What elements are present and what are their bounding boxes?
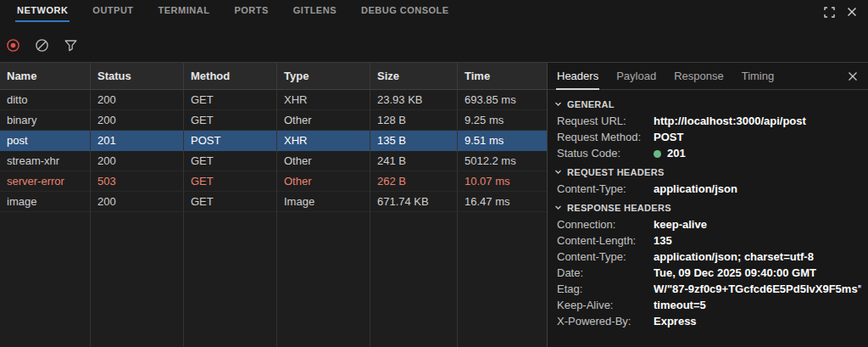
col-header-size[interactable]: Size (370, 63, 458, 90)
col-header-type[interactable]: Type (277, 63, 370, 90)
table-empty-space (91, 212, 184, 347)
kv-request-method: Request Method: POST (554, 129, 861, 145)
kv-keep-alive: Keep-Alive: timeout=5 (554, 297, 861, 313)
col-header-time[interactable]: Time (458, 63, 547, 90)
network-panel-body: Name Status Method Type Size Time ditto … (0, 62, 868, 347)
status-success-dot-icon (654, 150, 661, 158)
cell-type[interactable]: XHR (277, 131, 370, 151)
tab-gitlens[interactable]: GITLENS (292, 0, 338, 22)
cell-size[interactable]: 135 B (370, 131, 458, 151)
cell-type[interactable]: XHR (277, 90, 370, 110)
cell-type[interactable]: Other (277, 151, 370, 171)
kv-label: Request Method: (557, 131, 654, 143)
kv-req-content-type: Content-Type: application/json (554, 181, 861, 197)
chevron-down-icon (554, 203, 563, 212)
close-details-icon[interactable] (848, 71, 858, 81)
kv-etag: Etag: W/"87-9zf0c9+TGcfcd6E5Pd5lvX9F5ms" (554, 281, 861, 297)
cell-size[interactable]: 128 B (370, 110, 458, 131)
cell-status[interactable]: 503 (91, 171, 184, 192)
section-response-headers-header[interactable]: RESPONSE HEADERS (554, 199, 861, 216)
kv-label: Connection: (557, 218, 654, 231)
col-header-status[interactable]: Status (91, 63, 184, 90)
kv-label: Status Code: (557, 147, 654, 160)
tab-terminal[interactable]: TERMINAL (157, 0, 212, 22)
section-general-header[interactable]: GENERAL (554, 95, 861, 113)
cell-status[interactable]: 201 (91, 131, 184, 151)
cell-size[interactable]: 241 B (370, 151, 458, 171)
panel-tab-bar: NETWORK OUTPUT TERMINAL PORTS GITLENS DE… (0, 0, 868, 24)
kv-value: W/"87-9zf0c9+TGcfcd6E5Pd5lvX9F5ms" (654, 283, 861, 295)
section-request-headers-header[interactable]: REQUEST HEADERS (554, 163, 861, 181)
cell-method[interactable]: GET (184, 192, 277, 212)
block-icon[interactable] (35, 38, 49, 53)
maximize-panel-icon[interactable] (824, 7, 835, 18)
table-empty-space (277, 212, 370, 347)
section-title: RESPONSE HEADERS (567, 203, 671, 213)
table-empty-space (184, 212, 277, 347)
col-header-name[interactable]: Name (0, 63, 91, 90)
cell-name[interactable]: server-error (0, 171, 91, 192)
cell-status[interactable]: 200 (91, 151, 184, 171)
kv-label: Etag: (557, 283, 654, 295)
kv-value: Tue, 09 Dec 2025 09:40:00 GMT (654, 266, 861, 279)
kv-value: timeout=5 (654, 299, 861, 311)
tab-payload[interactable]: Payload (615, 63, 657, 90)
section-general: GENERAL Request URL: http://localhost:30… (554, 95, 861, 161)
cell-type[interactable]: Other (277, 171, 370, 192)
cell-time[interactable]: 9.51 ms (458, 131, 547, 151)
cell-method[interactable]: GET (184, 151, 277, 171)
cell-size[interactable]: 262 B (370, 171, 458, 192)
table-empty-space (458, 212, 547, 347)
cell-name[interactable]: stream-xhr (0, 151, 91, 171)
section-request-headers: REQUEST HEADERS Content-Type: applicatio… (554, 163, 861, 197)
cell-type[interactable]: Image (277, 192, 370, 212)
cell-name[interactable]: post (0, 131, 91, 151)
tab-debug-console[interactable]: DEBUG CONSOLE (359, 0, 451, 22)
cell-status[interactable]: 200 (91, 192, 184, 212)
cell-method[interactable]: POST (184, 131, 277, 151)
cell-name[interactable]: image (0, 192, 91, 212)
headers-content: GENERAL Request URL: http://localhost:30… (548, 90, 868, 329)
kv-value: application/json; charset=utf-8 (654, 250, 861, 263)
cell-time[interactable]: 9.25 ms (458, 110, 547, 131)
kv-value: application/json (654, 182, 861, 195)
kv-label: Request URL: (557, 115, 654, 127)
panel-actions (824, 0, 868, 24)
tab-response[interactable]: Response (673, 63, 725, 90)
chevron-down-icon (554, 99, 563, 109)
close-panel-icon[interactable] (847, 7, 857, 17)
kv-label: Content-Length: (557, 234, 654, 247)
cell-time[interactable]: 693.85 ms (458, 90, 547, 110)
request-details-panel: Headers Payload Response Timing (547, 63, 868, 347)
section-response-headers: RESPONSE HEADERS Connection: keep-alive … (554, 199, 861, 329)
tab-timing[interactable]: Timing (741, 63, 776, 90)
kv-label: X-Powered-By: (557, 315, 654, 327)
kv-value: http://localhost:3000/api/post (654, 115, 861, 127)
section-title: REQUEST HEADERS (567, 167, 665, 177)
tab-network[interactable]: NETWORK (15, 0, 70, 22)
cell-size[interactable]: 23.93 KB (370, 90, 458, 110)
tab-headers[interactable]: Headers (556, 63, 599, 90)
cell-method[interactable]: GET (184, 171, 277, 192)
table-empty-space (370, 212, 458, 347)
kv-request-url: Request URL: http://localhost:3000/api/p… (554, 113, 861, 129)
record-icon[interactable] (6, 38, 20, 53)
kv-label: Date: (557, 266, 654, 279)
cell-status[interactable]: 200 (91, 90, 184, 110)
cell-method[interactable]: GET (184, 90, 277, 110)
cell-time[interactable]: 5012.2 ms (458, 151, 547, 171)
cell-time[interactable]: 10.07 ms (458, 171, 547, 192)
filter-funnel-icon[interactable] (64, 38, 78, 53)
cell-type[interactable]: Other (277, 110, 370, 131)
cell-name[interactable]: binary (0, 110, 91, 131)
tab-output[interactable]: OUTPUT (91, 0, 135, 22)
cell-name[interactable]: ditto (0, 90, 91, 110)
col-header-method[interactable]: Method (184, 63, 277, 90)
cell-size[interactable]: 671.74 KB (370, 192, 458, 212)
table-empty-space (0, 212, 91, 347)
cell-status[interactable]: 200 (91, 110, 184, 131)
cell-method[interactable]: GET (184, 110, 277, 131)
tab-ports[interactable]: PORTS (232, 0, 270, 22)
cell-time[interactable]: 16.47 ms (458, 192, 547, 212)
status-code-value: 201 (667, 147, 686, 160)
